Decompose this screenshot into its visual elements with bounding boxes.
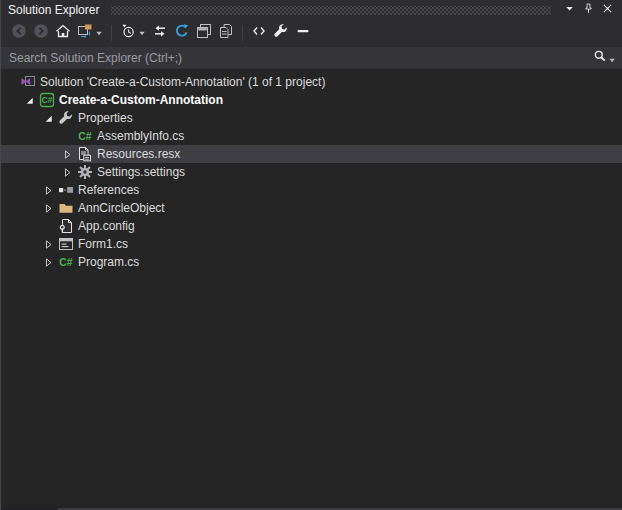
- view-code-icon: [251, 23, 267, 43]
- csharp-file-icon: C#: [57, 253, 75, 271]
- tree-row[interactable]: Solution 'Create-a-Custom-Annotation' (1…: [1, 73, 622, 91]
- show-all-files-icon: [218, 23, 234, 43]
- tree-item-label: Form1.cs: [78, 237, 128, 251]
- svg-text:C#: C#: [42, 95, 53, 105]
- tree-item-label: AssemblyInfo.cs: [97, 129, 184, 143]
- tree-row[interactable]: C#AssemblyInfo.cs: [1, 127, 622, 145]
- view-code-button[interactable]: [248, 22, 270, 44]
- solution-explorer-toolbar: [1, 19, 622, 47]
- tree-row[interactable]: References: [1, 181, 622, 199]
- titlebar-drag-grip[interactable]: [111, 6, 551, 15]
- close-icon: [601, 1, 614, 19]
- home-button[interactable]: [52, 22, 74, 44]
- tree-item-label: Properties: [78, 111, 133, 125]
- resource-file-icon: [76, 145, 94, 163]
- refresh-icon: [174, 23, 190, 43]
- chevron-down-icon: [563, 1, 576, 19]
- tree-row[interactable]: Form1.cs: [1, 235, 622, 253]
- bottom-edge: [1, 506, 622, 510]
- expander-spacer: [58, 127, 76, 145]
- window-position-button[interactable]: [561, 1, 578, 18]
- expander-expanded-icon[interactable]: [39, 109, 57, 127]
- csharp-file-icon: C#: [76, 127, 94, 145]
- dropdown-arrow-icon[interactable]: [96, 31, 103, 36]
- show-all-files-button[interactable]: [215, 22, 237, 44]
- close-button[interactable]: [599, 1, 616, 18]
- references-icon: [57, 181, 75, 199]
- tree-row[interactable]: Resources.resx: [1, 145, 622, 163]
- properties-button[interactable]: [270, 22, 292, 44]
- properties-icon: [273, 23, 289, 43]
- tree-row[interactable]: C#Create-a-Custom-Annotation: [1, 91, 622, 109]
- auto-hide-pin-button[interactable]: [580, 1, 597, 18]
- back-circle-icon: [11, 23, 27, 43]
- folder-icon: [57, 199, 75, 217]
- gear-icon: [76, 163, 94, 181]
- search-input[interactable]: [1, 51, 591, 65]
- tree-item-label: AnnCircleObject: [78, 201, 165, 215]
- svg-text:C#: C#: [78, 130, 92, 142]
- tree-item-label: Create-a-Custom-Annotation: [59, 93, 223, 107]
- expander-collapsed-icon[interactable]: [39, 253, 57, 271]
- sync-with-active-document-button[interactable]: [149, 22, 171, 44]
- refresh-button[interactable]: [171, 22, 193, 44]
- wrench-icon: [57, 109, 75, 127]
- back-button[interactable]: [8, 22, 30, 44]
- expander-spacer: [1, 73, 19, 91]
- toolbar-separator: [111, 25, 112, 41]
- expander-collapsed-icon[interactable]: [58, 145, 76, 163]
- solution-icon: [19, 73, 37, 91]
- pin-icon: [582, 1, 595, 19]
- forward-button[interactable]: [30, 22, 52, 44]
- expander-collapsed-icon[interactable]: [58, 163, 76, 181]
- svg-text:C#: C#: [59, 256, 73, 268]
- tree-row[interactable]: Properties: [1, 109, 622, 127]
- switch-views-icon: [77, 23, 93, 43]
- tree-item-label: Solution 'Create-a-Custom-Annotation' (1…: [40, 75, 325, 89]
- tree-item-label: References: [78, 183, 139, 197]
- pending-changes-filter-icon: [120, 23, 136, 43]
- search-row: [1, 47, 622, 71]
- search-box[interactable]: [1, 47, 622, 69]
- panel-titlebar[interactable]: Solution Explorer: [1, 0, 622, 19]
- preview-selected-items-icon: [295, 23, 311, 43]
- expander-collapsed-icon[interactable]: [39, 199, 57, 217]
- tree-row[interactable]: App.config: [1, 217, 622, 235]
- collapse-all-icon: [196, 23, 212, 43]
- tree-item-label: Program.cs: [78, 255, 139, 269]
- config-file-icon: [57, 217, 75, 235]
- home-icon: [55, 23, 71, 43]
- tree-row[interactable]: Settings.settings: [1, 163, 622, 181]
- solution-tree: Solution 'Create-a-Custom-Annotation' (1…: [1, 71, 622, 510]
- sync-active-document-icon: [152, 23, 168, 43]
- forward-circle-icon: [33, 23, 49, 43]
- solution-explorer-panel: Solution Explorer Solution 'Create-a-Cus…: [0, 0, 622, 510]
- tree-row[interactable]: AnnCircleObject: [1, 199, 622, 217]
- search-icon[interactable]: [593, 49, 607, 67]
- panel-title: Solution Explorer: [1, 3, 99, 17]
- pending-changes-filter-button[interactable]: [117, 22, 149, 44]
- expander-collapsed-icon[interactable]: [39, 235, 57, 253]
- tree-item-label: Resources.resx: [97, 147, 180, 161]
- expander-spacer: [39, 217, 57, 235]
- dropdown-arrow-icon[interactable]: [139, 31, 146, 36]
- tree-item-label: Settings.settings: [97, 165, 185, 179]
- expander-collapsed-icon[interactable]: [39, 181, 57, 199]
- csharp-project-icon: C#: [38, 91, 56, 109]
- expander-expanded-icon[interactable]: [20, 91, 38, 109]
- tree-row[interactable]: C#Program.cs: [1, 253, 622, 271]
- toolbar-separator: [242, 25, 243, 41]
- dropdown-arrow-icon[interactable]: [607, 49, 616, 67]
- winform-icon: [57, 235, 75, 253]
- switch-views-button[interactable]: [74, 22, 106, 44]
- preview-selected-items-button[interactable]: [292, 22, 314, 44]
- collapse-all-button[interactable]: [193, 22, 215, 44]
- tree-item-label: App.config: [78, 219, 135, 233]
- search-icon-group[interactable]: [591, 49, 622, 67]
